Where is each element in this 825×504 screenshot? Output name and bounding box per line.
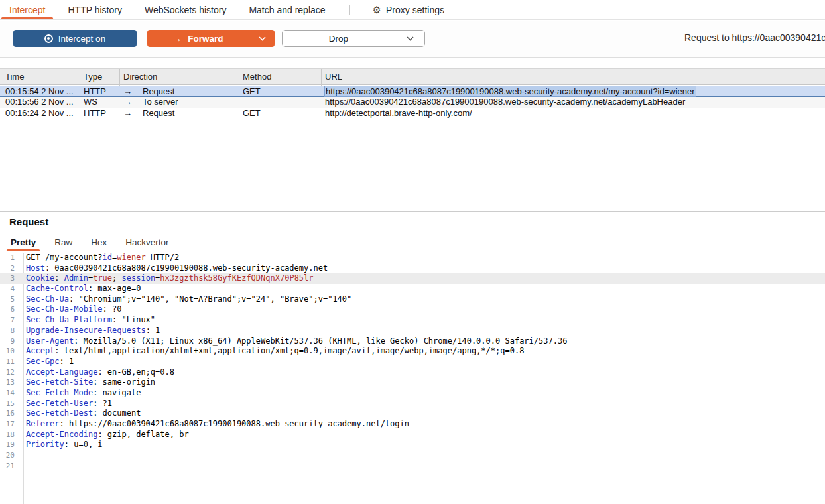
- request-line[interactable]: 2Host: 0aac00390421c68a8087c19900190088.…: [0, 263, 825, 274]
- column-header-type[interactable]: Type: [84, 69, 102, 86]
- burp-proxy-intercept-screen: InterceptHTTP historyWebSockets historyM…: [0, 0, 825, 504]
- line-number: 14: [0, 388, 19, 399]
- line-number: 5: [0, 294, 19, 305]
- line-content: Accept: text/html,application/xhtml+xml,…: [19, 346, 524, 355]
- column-header-method[interactable]: Method: [243, 69, 271, 86]
- editor-tab-raw[interactable]: Raw: [50, 233, 76, 251]
- tab-proxy-settings[interactable]: ⚙Proxy settings: [363, 0, 454, 19]
- request-line[interactable]: 5Sec-Ch-Ua: "Chromium";v="140", "Not=A?B…: [0, 294, 825, 305]
- tab-http-history[interactable]: HTTP history: [58, 0, 131, 19]
- request-line[interactable]: 13Sec-Fetch-Site: same-origin: [0, 377, 825, 388]
- line-content: Sec-Fetch-Mode: navigate: [19, 388, 141, 397]
- line-content: Sec-Gpc: 1: [19, 357, 74, 366]
- cell-method: GET: [243, 108, 261, 119]
- tab-label: WebSockets history: [145, 5, 226, 15]
- request-line[interactable]: 18Accept-Encoding: gzip, deflate, br: [0, 430, 825, 440]
- column-header-url[interactable]: URL: [325, 69, 342, 86]
- cell-url: http://detectportal.brave-http-only.com/: [325, 108, 472, 119]
- request-line[interactable]: 21: [0, 461, 825, 472]
- tab-label: Intercept: [9, 5, 45, 15]
- line-number: 8: [0, 326, 19, 336]
- request-line[interactable]: 17Referer: https://0aac00390421c68a8087c…: [0, 419, 825, 430]
- request-line[interactable]: 8Upgrade-Insecure-Requests: 1: [0, 326, 825, 336]
- editor-tab-hackvertor[interactable]: Hackvertor: [121, 233, 172, 251]
- request-line[interactable]: 19Priority: u=0, i: [0, 440, 825, 450]
- column-header-time[interactable]: Time: [5, 69, 24, 86]
- line-content: Upgrade-Insecure-Requests: 1: [19, 326, 160, 335]
- cell-direction: →To server: [123, 97, 178, 108]
- table-header-row: TimeTypeDirectionMethodURL: [0, 68, 825, 85]
- cell-url: https://0aac00390421c68a8087c19900190088…: [325, 86, 696, 96]
- forward-arrow-icon: →: [172, 33, 182, 44]
- column-divider: [321, 69, 322, 86]
- column-divider: [119, 69, 120, 86]
- cell-direction: →Request: [123, 108, 174, 119]
- request-line[interactable]: 16Sec-Fetch-Dest: document: [0, 409, 825, 419]
- cell-type: HTTP: [84, 108, 106, 119]
- url-text: https://0aac00390421c68a8087c19900190088…: [325, 97, 685, 107]
- line-number: 15: [0, 399, 19, 409]
- request-line[interactable]: 12Accept-Language: en-GB,en;q=0.8: [0, 367, 825, 378]
- request-to-label: Request to https://0aac00390421c: [684, 32, 825, 43]
- line-content: User-Agent: Mozilla/5.0 (X11; Linux x86_…: [19, 336, 567, 346]
- line-number: 3: [0, 273, 19, 284]
- panel-divider: [0, 211, 825, 212]
- forward-dropdown-button[interactable]: [249, 36, 275, 41]
- tab-match-and-replace[interactable]: Match and replace: [239, 0, 334, 19]
- forward-label: Forward: [188, 34, 223, 44]
- request-editor[interactable]: 1GET /my-account?id=wiener HTTP/22Host: …: [0, 253, 825, 504]
- line-content: Priority: u=0, i: [19, 440, 103, 449]
- direction-label: Request: [143, 86, 174, 96]
- line-content: Sec-Ch-Ua-Platform: "Linux": [19, 315, 155, 324]
- line-number: 10: [0, 346, 19, 357]
- table-row[interactable]: 00:15:54 2 Nov ...HTTP→RequestGEThttps:/…: [0, 86, 825, 97]
- line-content: Sec-Fetch-User: ?1: [19, 399, 112, 408]
- drop-dropdown-button[interactable]: [395, 36, 424, 41]
- cell-type: HTTP: [84, 86, 106, 96]
- editor-tab-pretty[interactable]: Pretty: [7, 233, 40, 251]
- request-line[interactable]: 6Sec-Ch-Ua-Mobile: ?0: [0, 304, 825, 315]
- column-divider: [80, 69, 80, 86]
- eye-icon: [44, 34, 53, 43]
- url-text: http://detectportal.brave-http-only.com/: [325, 108, 472, 118]
- line-number: 1: [0, 253, 19, 263]
- line-number: 9: [0, 336, 19, 347]
- line-content: [19, 461, 26, 470]
- editor-tab-hex[interactable]: Hex: [87, 233, 111, 251]
- request-line[interactable]: 7Sec-Ch-Ua-Platform: "Linux": [0, 315, 825, 326]
- tab-bar-divider: [349, 5, 350, 15]
- line-content: Sec-Fetch-Site: same-origin: [19, 377, 155, 387]
- proxy-tab-bar: InterceptHTTP historyWebSockets historyM…: [0, 0, 825, 20]
- cell-time: 00:15:56 2 Nov ...: [5, 97, 74, 108]
- line-content: Referer: https://0aac00390421c68a8087c19…: [19, 419, 409, 428]
- table-row[interactable]: 00:15:56 2 Nov ...WS→To serverhttps://0a…: [0, 97, 825, 108]
- line-number: 19: [0, 440, 19, 450]
- line-number: 7: [0, 315, 19, 326]
- intercept-toggle-button[interactable]: Intercept on: [13, 30, 137, 47]
- line-number: 11: [0, 357, 19, 367]
- request-line[interactable]: 15Sec-Fetch-User: ?1: [0, 399, 825, 409]
- request-line[interactable]: 3Cookie: Admin=true; session=hx3zgzthsk5…: [0, 273, 825, 284]
- request-line[interactable]: 11Sec-Gpc: 1: [0, 357, 825, 367]
- forward-button[interactable]: → Forward: [147, 30, 275, 47]
- tab-intercept[interactable]: Intercept: [0, 0, 54, 19]
- request-line[interactable]: 1GET /my-account?id=wiener HTTP/2: [0, 253, 825, 263]
- line-content: [19, 450, 26, 460]
- column-header-direction[interactable]: Direction: [123, 69, 157, 86]
- direction-arrow-icon: →: [123, 97, 132, 107]
- line-number: 13: [0, 377, 19, 388]
- line-content: Cookie: Admin=true; session=hx3zgzthsk58…: [19, 273, 314, 283]
- line-number: 6: [0, 304, 19, 315]
- request-line[interactable]: 9User-Agent: Mozilla/5.0 (X11; Linux x86…: [0, 336, 825, 347]
- request-line[interactable]: 4Cache-Control: max-age=0: [0, 284, 825, 294]
- request-line[interactable]: 14Sec-Fetch-Mode: navigate: [0, 388, 825, 399]
- url-text: https://0aac00390421c68a8087c19900190088…: [325, 86, 696, 96]
- table-row[interactable]: 00:16:24 2 Nov ...HTTP→RequestGEThttp://…: [0, 108, 825, 119]
- drop-label: Drop: [283, 34, 395, 44]
- tab-label: Match and replace: [249, 5, 325, 15]
- request-line[interactable]: 20: [0, 450, 825, 461]
- tab-websockets-history[interactable]: WebSockets history: [135, 0, 235, 19]
- line-content: GET /my-account?id=wiener HTTP/2: [19, 253, 179, 262]
- drop-button[interactable]: Drop: [282, 30, 425, 47]
- request-line[interactable]: 10Accept: text/html,application/xhtml+xm…: [0, 346, 825, 357]
